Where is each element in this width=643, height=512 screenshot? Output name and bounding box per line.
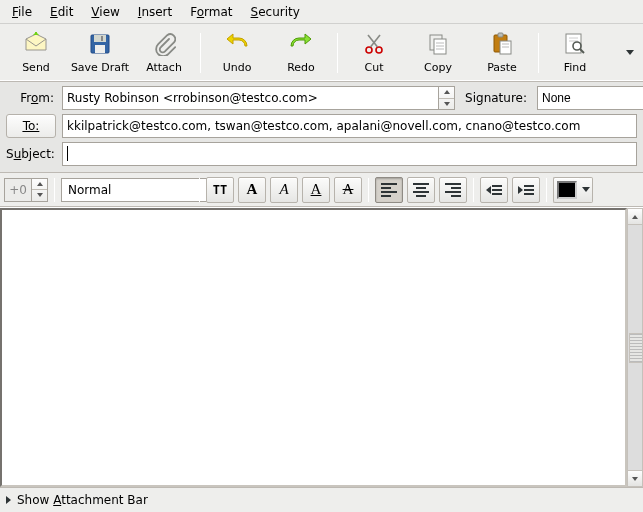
to-field[interactable] (62, 114, 637, 138)
main-toolbar: Send Save Draft Attach Undo Redo Cut (0, 24, 643, 82)
subject-label: Subject: (6, 147, 56, 161)
typewriter-button[interactable]: TT (206, 177, 234, 203)
format-separator (368, 178, 369, 202)
svg-marker-0 (26, 34, 46, 50)
editor-area (0, 207, 643, 488)
toolbar-separator (337, 33, 338, 73)
save-draft-button[interactable]: Save Draft (68, 27, 132, 79)
menu-security[interactable]: Security (243, 2, 308, 22)
status-bar: Show Attachment Bar (0, 488, 643, 512)
to-button[interactable]: To: (6, 114, 56, 138)
underline-icon: A (311, 181, 322, 198)
paperclip-icon (152, 32, 176, 59)
format-separator (199, 178, 200, 202)
toolbar-separator (200, 33, 201, 73)
text-cursor (67, 146, 68, 161)
bold-icon: A (247, 181, 258, 198)
undo-button[interactable]: Undo (205, 27, 269, 79)
menu-view[interactable]: View (83, 2, 127, 22)
subject-field[interactable] (62, 142, 637, 166)
strikethrough-icon: A (343, 181, 354, 198)
menu-insert[interactable]: Insert (130, 2, 180, 22)
align-left-button[interactable] (375, 177, 403, 203)
scroll-up-button[interactable] (628, 209, 642, 225)
attach-button[interactable]: Attach (132, 27, 196, 79)
chevron-down-icon (626, 50, 634, 55)
outdent-icon (486, 185, 502, 195)
scissors-icon (362, 32, 386, 59)
font-size-spin[interactable] (32, 178, 48, 202)
toolbar-overflow-button[interactable] (621, 27, 639, 79)
scroll-track[interactable] (628, 225, 642, 470)
floppy-disk-icon (88, 32, 112, 59)
redo-button[interactable]: Redo (269, 27, 333, 79)
svg-rect-4 (95, 45, 105, 53)
find-icon (563, 32, 587, 59)
align-center-icon (413, 183, 429, 197)
format-separator (473, 178, 474, 202)
message-body[interactable] (0, 208, 627, 487)
format-separator (546, 178, 547, 202)
align-left-icon (381, 183, 397, 197)
indent-icon (518, 185, 534, 195)
svg-marker-1 (33, 32, 39, 35)
compose-headers: From: Signature: To: Subject: (0, 82, 643, 173)
copy-button[interactable]: Copy (406, 27, 470, 79)
italic-button[interactable]: A (270, 177, 298, 203)
strikethrough-button[interactable]: A (334, 177, 362, 203)
color-dropdown-arrow[interactable] (579, 177, 593, 203)
from-combo-buttons[interactable] (439, 86, 455, 110)
expand-right-icon[interactable] (6, 496, 11, 504)
show-attachment-bar-toggle[interactable]: Show Attachment Bar (17, 493, 148, 507)
italic-icon: A (279, 181, 288, 198)
scroll-down-button[interactable] (628, 470, 642, 486)
format-toolbar: TT A A A A (0, 173, 643, 207)
align-center-button[interactable] (407, 177, 435, 203)
align-right-button[interactable] (439, 177, 467, 203)
chevron-up-icon (632, 215, 638, 219)
from-combo[interactable] (62, 86, 439, 110)
redo-icon (289, 32, 313, 59)
cut-button[interactable]: Cut (342, 27, 406, 79)
font-size-stepper[interactable] (4, 178, 32, 202)
undo-icon (225, 32, 249, 59)
svg-rect-5 (101, 36, 103, 41)
chevron-down-icon (632, 477, 638, 481)
svg-rect-3 (94, 35, 106, 42)
paragraph-style-combo[interactable] (61, 178, 225, 202)
vertical-scrollbar[interactable] (627, 208, 643, 487)
envelope-send-icon (24, 32, 48, 59)
svg-point-7 (376, 47, 382, 53)
svg-point-6 (366, 47, 372, 53)
signature-label: Signature: (461, 91, 531, 105)
send-button[interactable]: Send (4, 27, 68, 79)
svg-rect-16 (498, 33, 503, 37)
signature-combo[interactable] (537, 86, 643, 110)
paste-button[interactable]: Paste (470, 27, 534, 79)
outdent-button[interactable] (480, 177, 508, 203)
clipboard-paste-icon (490, 32, 514, 59)
toolbar-separator (538, 33, 539, 73)
from-label: From: (6, 91, 56, 105)
bold-button[interactable]: A (238, 177, 266, 203)
chevron-down-icon (582, 187, 590, 192)
align-right-icon (445, 183, 461, 197)
text-color-button[interactable] (553, 177, 593, 203)
copy-icon (426, 32, 450, 59)
menu-edit[interactable]: Edit (42, 2, 81, 22)
color-swatch-icon (557, 181, 577, 199)
format-separator (54, 178, 55, 202)
pane-resize-grip[interactable] (629, 333, 643, 363)
tt-icon: TT (213, 183, 227, 197)
find-button[interactable]: Find (543, 27, 607, 79)
indent-button[interactable] (512, 177, 540, 203)
underline-button[interactable]: A (302, 177, 330, 203)
menu-format[interactable]: Format (182, 2, 240, 22)
menu-bar: File Edit View Insert Format Security (0, 0, 643, 24)
menu-file[interactable]: File (4, 2, 40, 22)
